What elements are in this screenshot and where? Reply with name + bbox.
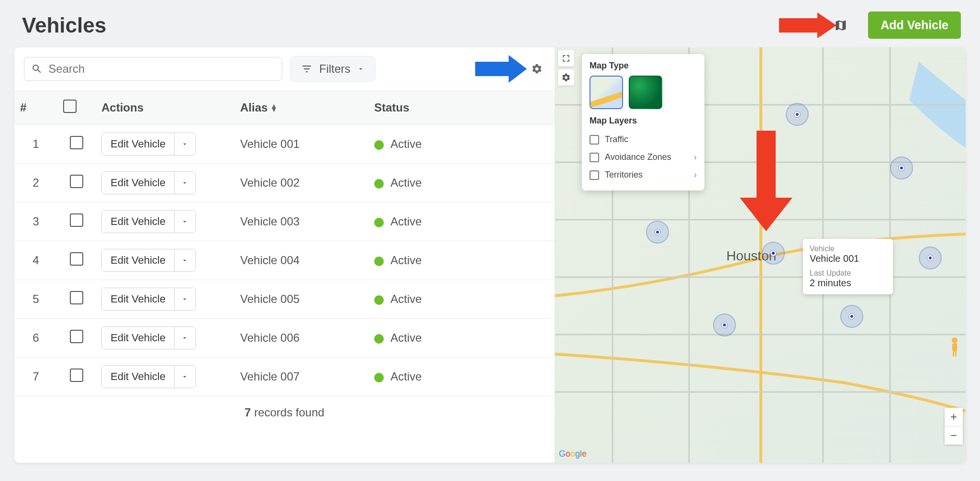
edit-vehicle-button[interactable]: Edit Vehicle	[102, 211, 174, 233]
layer-territories[interactable]: Territories ›	[590, 166, 697, 184]
vehicle-marker[interactable]	[919, 246, 942, 269]
tooltip-update-label: Last Update	[810, 269, 886, 278]
chevron-down-icon	[357, 65, 365, 73]
row-checkbox[interactable]	[70, 330, 83, 343]
annotation-arrow-to-map-icon	[779, 12, 836, 38]
filter-icon	[301, 63, 312, 75]
vehicles-table: # Actions Alias ▲▼ Status 1Edit VehicleV…	[14, 90, 555, 396]
svg-rect-7	[953, 352, 954, 357]
row-alias: Vehicle 002	[234, 164, 368, 202]
table-row: 7Edit VehicleVehicle 007Active	[14, 358, 555, 396]
edit-vehicle-button[interactable]: Edit Vehicle	[102, 327, 174, 349]
tooltip-update-value: 2 minutes	[810, 278, 886, 289]
records-label: records found	[251, 406, 324, 419]
row-status: Active	[368, 202, 555, 241]
map-type-title: Map Type	[590, 61, 697, 71]
map-type-satellite[interactable]	[629, 76, 662, 109]
vehicle-marker-selected[interactable]	[762, 242, 785, 265]
add-vehicle-button[interactable]: Add Vehicle	[868, 11, 961, 39]
row-checkbox[interactable]	[70, 213, 83, 227]
row-status: Active	[368, 280, 555, 319]
row-checkbox[interactable]	[70, 136, 83, 149]
row-number: 2	[14, 164, 57, 202]
layer-traffic[interactable]: Traffic	[590, 131, 697, 148]
row-number: 1	[14, 125, 57, 164]
col-header-status[interactable]: Status	[368, 91, 555, 125]
edit-vehicle-dropdown[interactable]	[174, 327, 195, 349]
search-input[interactable]	[48, 62, 275, 76]
checkbox-icon	[590, 135, 599, 145]
svg-rect-6	[952, 343, 957, 352]
edit-vehicle-button[interactable]: Edit Vehicle	[102, 133, 174, 155]
row-number: 3	[14, 202, 57, 241]
map-attribution: Google	[559, 449, 587, 459]
layer-avoidance-zones[interactable]: Avoidance Zones ›	[590, 148, 697, 166]
pegman-icon[interactable]	[947, 336, 963, 358]
map-settings-button[interactable]	[558, 69, 574, 86]
chevron-down-icon	[181, 373, 189, 380]
status-dot-icon	[374, 257, 384, 266]
vehicles-list-panel: Filters # Actions	[14, 47, 555, 463]
table-header-row: # Actions Alias ▲▼ Status	[14, 91, 555, 125]
map-settings-highlight	[530, 62, 544, 76]
fullscreen-icon	[561, 54, 571, 63]
edit-vehicle-dropdown[interactable]	[174, 211, 195, 233]
filters-label: Filters	[319, 62, 350, 76]
row-alias: Vehicle 004	[234, 241, 368, 280]
edit-vehicle-dropdown[interactable]	[174, 172, 195, 194]
zoom-in-button[interactable]: +	[945, 408, 963, 426]
vehicle-marker[interactable]	[713, 313, 736, 336]
edit-vehicle-button[interactable]: Edit Vehicle	[102, 288, 174, 310]
chevron-right-icon: ›	[694, 170, 697, 180]
vehicle-marker[interactable]	[840, 305, 863, 328]
edit-vehicle-dropdown[interactable]	[174, 366, 195, 388]
col-header-alias[interactable]: Alias ▲▼	[234, 91, 368, 125]
gear-icon	[561, 73, 571, 82]
row-status: Active	[368, 125, 555, 164]
col-header-actions: Actions	[96, 91, 234, 125]
row-checkbox[interactable]	[70, 252, 83, 266]
chevron-down-icon	[181, 295, 189, 303]
edit-vehicle-button[interactable]: Edit Vehicle	[102, 249, 174, 271]
col-header-num[interactable]: #	[14, 91, 57, 125]
chevron-down-icon	[181, 179, 189, 187]
map-toggle-button[interactable]	[833, 17, 849, 34]
edit-vehicle-dropdown[interactable]	[174, 288, 195, 310]
edit-vehicle-dropdown[interactable]	[174, 133, 195, 155]
svg-rect-8	[955, 352, 957, 357]
edit-vehicle-dropdown[interactable]	[174, 249, 195, 271]
row-alias: Vehicle 001	[234, 125, 368, 164]
map-fullscreen-button[interactable]	[558, 50, 574, 67]
row-checkbox[interactable]	[70, 369, 83, 382]
map-layers-popup: Map Type Map Layers Traffic Avoidance Zo…	[582, 54, 704, 190]
table-row: 6Edit VehicleVehicle 006Active	[14, 319, 555, 358]
edit-vehicle-button[interactable]: Edit Vehicle	[102, 366, 174, 388]
status-dot-icon	[374, 334, 384, 344]
zoom-out-button[interactable]: −	[945, 426, 963, 445]
table-row: 1Edit VehicleVehicle 001Active	[14, 125, 555, 164]
map-panel[interactable]: Map Type Map Layers Traffic Avoidance Zo…	[555, 47, 966, 463]
list-toolbar: Filters	[14, 47, 555, 90]
row-status: Active	[368, 358, 555, 396]
records-footer: 7 records found	[14, 396, 555, 429]
vehicle-marker[interactable]	[646, 221, 669, 244]
row-checkbox[interactable]	[70, 175, 83, 188]
filters-button[interactable]: Filters	[290, 56, 376, 82]
row-checkbox[interactable]	[70, 291, 83, 304]
status-dot-icon	[374, 373, 384, 382]
svg-point-5	[952, 337, 958, 343]
row-status: Active	[368, 241, 555, 280]
map-type-roadmap[interactable]	[590, 76, 623, 109]
svg-marker-1	[475, 55, 527, 83]
vehicle-marker[interactable]	[786, 103, 809, 126]
records-count: 7	[245, 406, 251, 419]
vehicle-marker[interactable]	[890, 157, 913, 179]
select-all-checkbox[interactable]	[63, 100, 77, 113]
table-row: 5Edit VehicleVehicle 005Active	[14, 280, 555, 319]
search-field[interactable]	[24, 57, 282, 81]
edit-vehicle-button[interactable]: Edit Vehicle	[102, 172, 174, 194]
vehicle-tooltip: Vehicle Vehicle 001 Last Update 2 minute…	[803, 239, 893, 294]
map-layers-title: Map Layers	[590, 116, 697, 126]
row-number: 7	[14, 358, 57, 396]
gear-icon	[531, 63, 543, 75]
